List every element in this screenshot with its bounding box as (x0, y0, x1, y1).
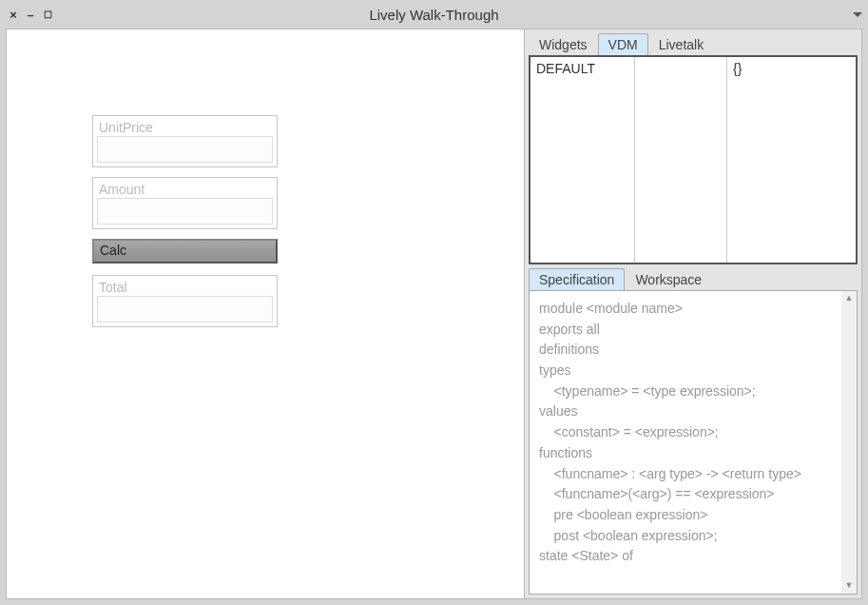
spec-line: <funcname>(<arg>) == <expression> (539, 484, 847, 505)
titlebar-right (853, 12, 862, 17)
dropdown-icon[interactable] (853, 12, 862, 17)
amount-group: Amount (92, 177, 278, 229)
calc-button[interactable]: Calc (92, 239, 278, 263)
tab-vdm[interactable]: VDM (598, 33, 648, 55)
canvas-pane: UnitPrice Amount Calc Total (7, 29, 524, 598)
spec-line: <constant> = <expression>; (539, 422, 847, 443)
amount-label: Amount (93, 178, 277, 198)
sub-tabs: Specification Workspace (529, 268, 858, 290)
spec-line: module <module name> (539, 299, 847, 320)
side-panel: Widgets VDM Livetalk DEFAULT {} Specific… (524, 29, 861, 598)
unitprice-label: UnitPrice (93, 116, 277, 136)
unitprice-input[interactable] (97, 136, 273, 163)
unitprice-group: UnitPrice (92, 115, 278, 167)
spec-line: definitions (539, 340, 847, 361)
module-table: DEFAULT {} (529, 55, 858, 264)
total-group: Total (92, 275, 278, 327)
titlebar: × – ☐ Lively Walk-Through (0, 0, 868, 29)
spec-line: <typename> = <type expression>; (539, 381, 847, 402)
spec-line: <funcname> : <arg type> -> <return type> (539, 464, 847, 485)
spec-line: functions (539, 443, 847, 464)
spec-line: state <State> of (539, 546, 847, 567)
module-col2-cell[interactable] (635, 57, 727, 263)
scroll-down-icon[interactable]: ▼ (841, 578, 857, 594)
main-tabs: Widgets VDM Livetalk (529, 33, 858, 55)
module-name-cell[interactable]: DEFAULT (530, 57, 635, 263)
tab-workspace[interactable]: Workspace (625, 268, 712, 290)
total-input[interactable] (97, 296, 273, 322)
tab-livetalk[interactable]: Livetalk (648, 33, 714, 55)
spec-line: pre <boolean expression> (539, 505, 847, 526)
content-area: UnitPrice Amount Calc Total Widgets VDM … (6, 29, 862, 599)
amount-input[interactable] (97, 198, 273, 224)
minimize-icon[interactable]: – (23, 7, 38, 22)
window-title: Lively Walk-Through (0, 7, 868, 23)
scroll-up-icon[interactable]: ▲ (841, 291, 857, 306)
total-label: Total (93, 276, 277, 296)
spec-line: post <boolean expression>; (539, 526, 847, 547)
spec-line: exports all (539, 320, 847, 341)
maximize-icon[interactable]: ☐ (40, 7, 55, 22)
module-state-cell[interactable]: {} (727, 57, 856, 263)
spec-line: values (539, 401, 847, 422)
scrollbar[interactable]: ▲ ▼ (841, 291, 857, 594)
spec-line: types (539, 361, 847, 381)
specification-text[interactable]: module <module name>exports alldefinitio… (529, 290, 858, 595)
close-icon[interactable]: × (6, 7, 21, 22)
tab-widgets[interactable]: Widgets (529, 33, 598, 55)
tab-specification[interactable]: Specification (529, 268, 625, 290)
app-window: × – ☐ Lively Walk-Through UnitPrice Amou… (0, 0, 868, 605)
titlebar-controls: × – ☐ (6, 7, 55, 22)
